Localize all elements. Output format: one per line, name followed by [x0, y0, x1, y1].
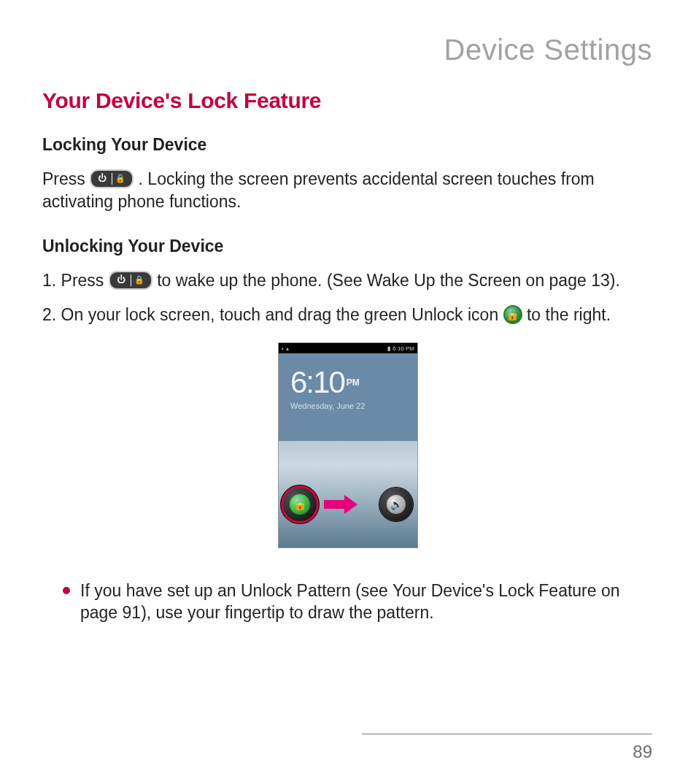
clock-date: Wednesday, June 22	[290, 401, 365, 410]
locking-paragraph: Press 🔒 . Locking the screen prevents ac…	[42, 168, 652, 213]
unlock-handle-icon: 🔓	[293, 498, 307, 510]
chapter-title: Device Settings	[42, 34, 652, 66]
unlock-slider-row: 🔓 🔊	[279, 485, 417, 526]
page-footer: 89	[362, 734, 652, 762]
section-title: Your Device's Lock Feature	[42, 88, 652, 113]
step2-text-b: to the right.	[527, 305, 611, 324]
speaker-icon: 🔊	[387, 495, 406, 514]
step2-text-a: 2. On your lock screen, touch and drag t…	[42, 305, 503, 324]
locking-heading: Locking Your Device	[42, 135, 652, 155]
unlock-icon: 🔓	[503, 305, 522, 324]
drag-right-arrow-icon	[324, 496, 357, 512]
manual-page: Device Settings Your Device's Lock Featu…	[0, 0, 696, 784]
unlock-step-2: 2. On your lock screen, touch and drag t…	[42, 304, 652, 326]
status-left-icons: ▪▴	[282, 345, 289, 352]
sound-toggle-handle: 🔊	[379, 488, 413, 521]
bullet-text: If you have set up an Unlock Pattern (se…	[80, 580, 645, 624]
lock-clock: 6:10PM Wednesday, June 22	[290, 365, 365, 410]
page-number: 89	[362, 742, 652, 762]
step1-text-a: 1. Press	[42, 271, 109, 290]
unlocking-heading: Unlocking Your Device	[42, 237, 652, 256]
unlock-slider-handle: 🔓	[283, 488, 317, 521]
power-lock-key-icon: 🔒	[90, 169, 134, 188]
status-right: ▮6:10 PM	[387, 345, 414, 352]
status-time: 6:10 PM	[393, 345, 414, 352]
bullet-item: If you have set up an Unlock Pattern (se…	[63, 580, 645, 624]
lock-screen-screenshot: ▪▴ ▮6:10 PM 6:10PM Wednesday, June 22 🔓 …	[278, 342, 417, 548]
status-bar: ▪▴ ▮6:10 PM	[279, 343, 417, 353]
step1-text-b: to wake up the phone. (See Wake Up the S…	[157, 271, 620, 290]
bullet-icon	[63, 587, 70, 594]
power-lock-key-icon: 🔒	[109, 271, 152, 290]
clock-time: 6:10	[290, 365, 344, 400]
locking-text-a: Press	[42, 169, 90, 188]
phone-frame: ▪▴ ▮6:10 PM 6:10PM Wednesday, June 22 🔓 …	[278, 342, 418, 548]
clock-ampm: PM	[347, 377, 360, 388]
unlock-step-1: 1. Press 🔒 to wake up the phone. (See Wa…	[42, 269, 652, 292]
footer-rule	[362, 734, 652, 734]
